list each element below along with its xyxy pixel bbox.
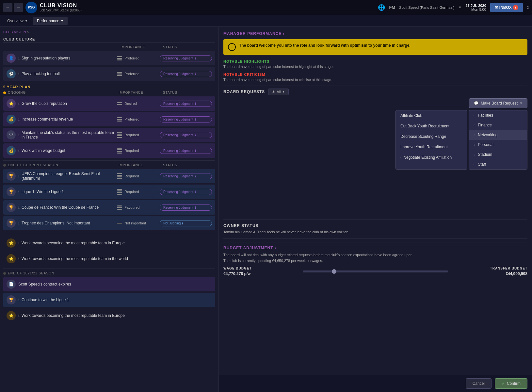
info-circle-icon[interactable]: ℹ: [195, 102, 196, 106]
minus-circle-icon: –: [228, 43, 236, 51]
board-requests-label: BOARD REQUESTS: [223, 90, 265, 94]
finance-item[interactable]: ‹ Finance: [469, 120, 527, 130]
facilities-item[interactable]: ‹ Facilities: [469, 110, 527, 120]
culture-row: 👤 ℹ Sign high-reputation players Preferr…: [3, 51, 215, 65]
info-circle-icon[interactable]: ℹ: [195, 174, 196, 178]
info-icon[interactable]: ℹ: [18, 206, 20, 209]
wage-icon: 💰: [7, 146, 16, 155]
club-title: CLUB VISION Job Security: Stable (ID:868…: [40, 3, 82, 12]
info-icon[interactable]: ℹ: [18, 257, 20, 261]
budget-slider[interactable]: [303, 270, 448, 272]
manager-performance-link[interactable]: MANAGER PERFORMANCE ›: [223, 31, 284, 36]
ongoing-label: ONGOING IMPORTANCE STATUS: [3, 91, 215, 94]
info-circle-icon[interactable]: ℹ: [195, 133, 196, 137]
decrease-scouting-item[interactable]: Decrease Scouting Range: [396, 131, 467, 142]
ongoing-row: 💰 ℹ Work within wage budget Required Res…: [3, 143, 215, 158]
affiliate-club-item[interactable]: Affiliate Club: [396, 110, 467, 121]
budget-text1: The board will not deal with any budget …: [223, 253, 527, 257]
info-icon[interactable]: ℹ: [18, 102, 20, 106]
status-badge: Not Judgingℹ: [160, 220, 212, 226]
info-icon[interactable]: ℹ: [18, 241, 20, 245]
right-panel: MANAGER PERFORMANCE › – The board welcom…: [219, 27, 532, 392]
forward-button[interactable]: →: [14, 3, 23, 12]
dropdown-container: Affiliate Club Cut Back Youth Recruitmen…: [395, 110, 527, 170]
info-circle-icon[interactable]: ℹ: [195, 72, 196, 76]
topbar-right: 🌐 FM Scott Speed (Paris Saint-Germain) ▼…: [378, 3, 529, 12]
season-row: 🏆 ℹ Coupe de France: Win the Coupe de Fr…: [3, 200, 215, 215]
info-icon[interactable]: ℹ: [18, 221, 20, 225]
improve-youth-item[interactable]: Improve Youth Recruitment: [396, 142, 467, 152]
confirm-button[interactable]: ✓ Confirm: [495, 378, 527, 389]
fm-label: FM: [389, 5, 395, 10]
info-circle-icon[interactable]: ℹ: [195, 149, 196, 153]
transfer-budget-col: TRANSFER BUDGET €44,999,998: [455, 267, 527, 276]
season-row: 🏆 ℹ UEFA Champions League: Reach Semi Fi…: [3, 169, 215, 183]
star-icon: ⭐: [7, 311, 16, 320]
world-row: ⭐ ℹ Work towards becoming the most reput…: [3, 252, 215, 266]
cancel-button[interactable]: Cancel: [466, 378, 492, 389]
subnav: Overview ▼ Performance ▼: [0, 15, 532, 27]
networking-submenu: Affiliate Club Cut Back Youth Recruitmen…: [395, 110, 467, 170]
budget-row: WAGE BUDGET €4,770,278 p/w TRANSFER BUDG…: [223, 267, 527, 276]
chevron-left-icon: ‹: [474, 163, 475, 166]
status-badge: Reserving Judgmentℹ: [160, 148, 212, 154]
info-icon[interactable]: ℹ: [18, 298, 20, 302]
plan-label: 5 YEAR PLAN: [3, 85, 215, 89]
trophee-icon: 🏆: [7, 219, 16, 228]
info-icon[interactable]: ℹ: [18, 133, 20, 137]
end-season-label: END OF CURRENT SEASON IMPORTANCE STATUS: [3, 163, 215, 167]
info-circle-icon[interactable]: ℹ: [195, 206, 196, 209]
chevron-down-icon: ▼: [25, 19, 28, 23]
info-circle-icon[interactable]: ℹ: [195, 190, 196, 194]
status-badge: Reserving Judgment ℹ: [160, 71, 212, 77]
ligue1-row: 🏆 ℹ Continue to win the Ligue 1: [3, 293, 215, 307]
info-circle-icon[interactable]: ℹ: [182, 221, 183, 225]
filter-button[interactable]: 👁 All ▼: [268, 89, 288, 95]
personal-item[interactable]: ‹ Personal: [469, 140, 527, 150]
ongoing-row: 🛡 ℹ Maintain the club's status as the mo…: [3, 128, 215, 142]
welcome-box: – The board welcome you into the role an…: [223, 39, 527, 55]
staff-item[interactable]: ‹ Staff: [469, 159, 527, 169]
status-badge: Reserving Judgmentℹ: [160, 173, 212, 179]
eye-icon: 👁: [272, 90, 275, 94]
dropdown-arrow-icon[interactable]: ▼: [459, 6, 462, 9]
football-icon: ⚽: [7, 69, 16, 78]
commercial-icon: 💰: [7, 115, 16, 124]
performance-nav-button[interactable]: Performance ▼: [33, 17, 68, 25]
slider-thumb[interactable]: [332, 269, 336, 274]
notification-count: 2: [527, 6, 529, 9]
back-button[interactable]: ←: [3, 3, 12, 12]
cut-back-youth-item[interactable]: Cut Back Youth Recruitment: [396, 121, 467, 131]
owner-status-section: OWNER STATUS Tamim bin Hamad Al Thani fe…: [223, 219, 527, 234]
info-icon[interactable]: ℹ: [18, 174, 20, 178]
info-icon[interactable]: ℹ: [18, 72, 20, 76]
club-logo: PSG: [25, 2, 37, 13]
networking-item[interactable]: ‹ Networking: [469, 130, 527, 140]
info-circle-icon[interactable]: ℹ: [195, 118, 196, 121]
criticism-text: The board have nothing of particular int…: [223, 78, 527, 82]
chevron-left-icon: ‹: [474, 114, 475, 117]
ucl-icon: 🏆: [7, 172, 16, 181]
negotiate-affiliation-item[interactable]: ‹ Negotiate Existing Affiliation: [396, 152, 467, 163]
make-board-request-button[interactable]: 💬 Make Board Request ▼: [469, 98, 527, 108]
table-header: IMPORTANCE STATUS: [3, 45, 215, 50]
inbox-count: 2: [513, 5, 518, 10]
breadcrumb[interactable]: CLUB VISION: [3, 30, 215, 34]
info-icon[interactable]: ℹ: [18, 314, 20, 318]
info-icon[interactable]: ℹ: [18, 118, 20, 121]
status-badge: Reserving Judgmentℹ: [160, 116, 212, 122]
overview-nav-button[interactable]: Overview ▼: [3, 17, 32, 25]
owner-text: Tamim bin Hamad Al Thani feels he will n…: [223, 230, 527, 234]
info-circle-icon[interactable]: ℹ: [195, 57, 196, 60]
dot-icon: [3, 272, 6, 275]
info-icon[interactable]: ℹ: [18, 190, 20, 194]
info-icon[interactable]: ℹ: [18, 149, 20, 153]
left-panel: CLUB VISION CLUB CULTURE IMPORTANCE STAT…: [0, 27, 219, 392]
ligue1-icon: 🏆: [7, 295, 16, 304]
budget-adjustment-link[interactable]: BUDGET ADJUSTMENT ›: [223, 246, 527, 250]
status-badge: Reserving Judgmentℹ: [160, 204, 212, 211]
info-icon[interactable]: ℹ: [18, 57, 20, 60]
stadium-item[interactable]: ‹ Stadium: [469, 150, 527, 159]
inbox-button[interactable]: ✉ INBOX 2: [490, 3, 523, 12]
criticism-label: NOTABLE CRITICISM: [223, 73, 527, 76]
